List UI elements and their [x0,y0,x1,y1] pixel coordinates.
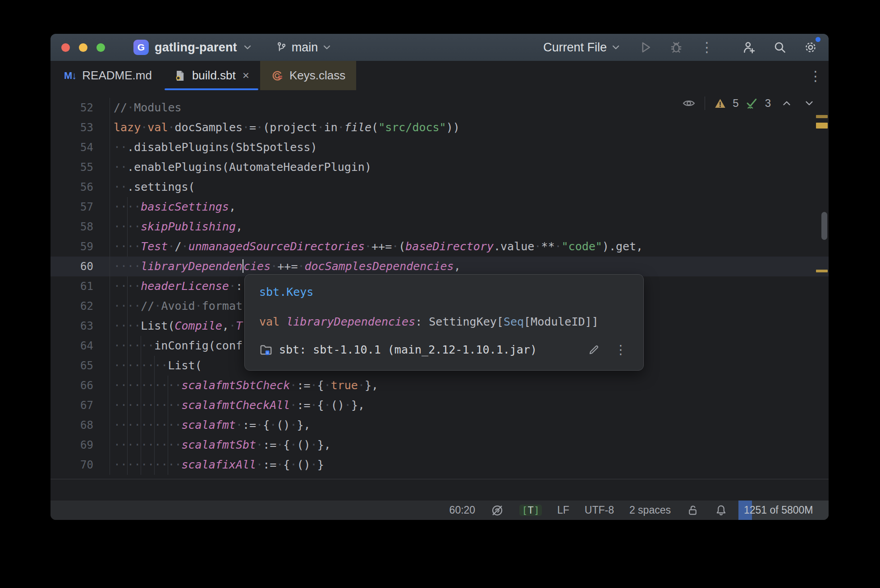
indent-widget[interactable]: 2 spaces [629,504,671,516]
code-token: "src/docs" [378,121,446,134]
line-number[interactable]: 70 [50,455,110,475]
code-token: inConfig(conf [154,339,243,352]
checks-passed-icon[interactable] [745,96,759,110]
memory-indicator[interactable]: 1251 of 5800M [738,501,829,520]
code-text[interactable]: ··.settings( [110,177,195,197]
code-text[interactable]: ····basicSettings, [110,197,236,217]
line-number[interactable]: 54 [50,138,110,157]
code-token: · [555,240,561,253]
code-text[interactable]: ··········scalafmtSbt·:=·{·()·}, [110,435,331,455]
line-number[interactable]: 69 [50,435,110,455]
code-text[interactable]: ····skipPublishing, [110,217,243,237]
code-token: ++= [371,240,392,253]
code-text[interactable]: ····//·Avoid·format [110,296,243,316]
code-token: libraryDependen [141,260,243,273]
zoom-window-button[interactable] [96,43,105,52]
disabled-highlighting-icon[interactable] [490,504,504,517]
code-token: scalafmtCheckAll [182,399,290,412]
code-line: 67··········scalafmtCheckAll·:=·{·()·}, [50,395,829,415]
code-text[interactable]: lazy·val·docSamples·=·(project·in·file("… [110,118,460,138]
debug-button[interactable] [667,38,685,56]
line-number[interactable]: 67 [50,395,110,415]
code-text[interactable]: ··········scalafmt·:=·{·()·}, [110,415,311,435]
line-number[interactable]: 68 [50,415,110,435]
line-number[interactable]: 58 [50,217,110,237]
next-problem-button[interactable] [803,97,815,109]
line-number[interactable]: 53 [50,118,110,138]
code-token: · [256,121,263,134]
warning-stripe-mark[interactable] [816,123,828,129]
line-number[interactable]: 61 [50,276,110,296]
close-icon[interactable]: × [243,69,249,83]
code-token: ········ [114,359,168,372]
settings-button[interactable] [802,38,820,56]
line-number[interactable]: 65 [50,356,110,376]
caret-position-widget[interactable]: 60:20 [449,504,476,516]
code-text[interactable]: ····List(Compile,·T [110,316,243,336]
close-window-button[interactable] [61,43,70,52]
code-token: { [317,399,324,412]
line-number[interactable]: 60 [50,257,110,276]
code-token: · [276,438,283,451]
code-with-me-button[interactable] [740,38,758,56]
passed-count[interactable]: 3 [765,97,771,110]
search-everywhere-button[interactable] [771,38,789,56]
code-text[interactable]: ····headerLicense·: [110,276,243,296]
code-text[interactable]: ········List( [110,356,202,376]
code-token: · [229,319,236,332]
line-number[interactable]: 52 [50,98,110,118]
code-text[interactable]: ··········scalafixAll·:=·{·()·} [110,455,324,475]
line-number[interactable]: 55 [50,157,110,177]
line-number[interactable]: 63 [50,316,110,336]
code-token: · [256,438,263,451]
line-number[interactable]: 59 [50,237,110,257]
code-token: ·········· [114,399,182,412]
warning-icon[interactable] [714,97,726,110]
line-number[interactable]: 62 [50,296,110,316]
notifications-bell-icon[interactable] [715,504,728,517]
code-text[interactable]: ····Test·/·unmanagedSourceDirectories·++… [110,237,643,257]
code-line: 66··········scalafmtSbtCheck·:=·{·true·}… [50,376,829,395]
type-hints-toggle[interactable]: [T] [519,505,542,516]
project-widget[interactable]: G gatling-parent [133,40,252,55]
code-text[interactable]: ······inConfig(conf [110,336,243,356]
tab-build-sbt[interactable]: build.sbt× [163,61,260,90]
encoding-widget[interactable]: UTF-8 [585,504,614,516]
vcs-branch-widget[interactable]: main [275,41,332,55]
run-button[interactable] [637,38,655,56]
warning-stripe-mark[interactable] [816,115,828,118]
code-text[interactable]: ····libraryDependencies·++=·docSamplesDe… [110,257,461,276]
line-number[interactable]: 66 [50,376,110,395]
popup-more-button[interactable]: ⋮ [614,342,627,357]
code-token: .disablePlugins(SbtSpotless) [127,141,317,154]
tab-readme-md[interactable]: M↓README.md [53,61,163,90]
highlighting-eye-icon[interactable] [682,96,696,110]
code-text[interactable]: ··.enablePlugins(AutomateHeaderPlugin) [110,157,371,177]
minimize-window-button[interactable] [79,43,87,52]
more-actions-button[interactable]: ⋮ [698,38,716,56]
tab-options-button[interactable]: ⋮ [809,68,822,83]
code-text[interactable]: ··········scalafmtSbtCheck·:=·{·true·}, [110,376,378,395]
code-token: cies [243,260,270,273]
code-editor[interactable]: 52//·Modules53lazy·val·docSamples·=·(pro… [50,90,829,501]
code-text[interactable]: ··········scalafmtCheckAll·:=·{·()·}, [110,395,365,415]
run-configuration-selector[interactable]: Current File [543,41,620,55]
code-token: = [249,121,256,134]
scrollbar-thumb[interactable] [821,212,827,240]
tab-keys-class[interactable]: Keys.class [260,61,356,90]
line-number[interactable]: 64 [50,336,110,356]
warning-count[interactable]: 5 [733,97,738,110]
line-number[interactable]: 56 [50,177,110,197]
warning-stripe-mark[interactable] [816,270,828,272]
edit-source-button[interactable] [587,344,600,356]
unlocked-icon[interactable] [686,504,699,517]
code-token: scalafmtSbt [182,438,257,451]
line-number[interactable]: 57 [50,197,110,217]
code-text[interactable]: ··.disablePlugins(SbtSpotless) [110,138,317,157]
code-token: · [290,379,297,392]
line-separator-widget[interactable]: LF [557,504,569,516]
code-line: 70··········scalafixAll·:=·{·()·} [50,455,829,475]
previous-problem-button[interactable] [781,97,793,109]
code-text[interactable]: //·Modules [110,98,182,118]
bug-icon [669,41,683,54]
